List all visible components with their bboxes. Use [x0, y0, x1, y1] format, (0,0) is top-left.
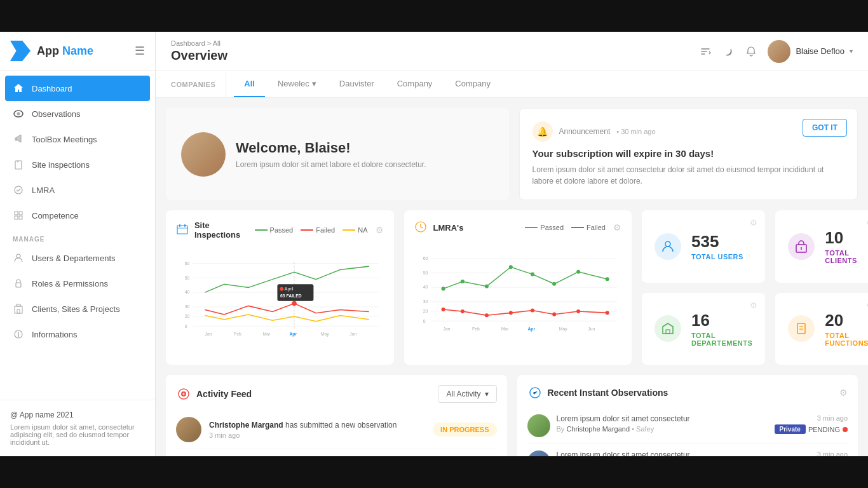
departements-label: TOTAL DEPARTEMENTS	[691, 332, 752, 347]
sidebar-header: App Name ☰	[0, 32, 155, 71]
top-header: Dashboard > All Overview Blaise	[156, 32, 868, 71]
activity-time: 3 min ago	[209, 431, 425, 439]
tabs-bar: COMPANIES All Newelec ▾ Dauvister Compan…	[156, 71, 868, 98]
activity-feed-title: Activity Feed	[196, 389, 252, 399]
grid-icon	[13, 210, 24, 221]
lmra-gear-icon[interactable]: ⚙	[613, 222, 621, 233]
gear-icon[interactable]: ⚙	[376, 225, 384, 235]
sidebar-item-site-inspections[interactable]: Site inspections	[0, 152, 155, 177]
sidebar-item-users[interactable]: Users & Departements	[0, 245, 155, 271]
svg-point-69	[460, 309, 464, 313]
tab-all[interactable]: All	[234, 71, 265, 97]
activity-main-text: Christophe Margand has submitted a new o…	[209, 420, 425, 431]
sidebar-item-competence[interactable]: Competence	[0, 203, 155, 228]
manage-section-label: MANAGE	[0, 228, 155, 245]
users-icon	[654, 233, 681, 260]
svg-text:Mar: Mar	[501, 327, 508, 331]
tab-company1[interactable]: Company	[387, 71, 443, 97]
sidebar-item-label: Observations	[32, 109, 81, 119]
hamburger-icon[interactable]: ☰	[135, 44, 145, 58]
svg-point-66	[576, 270, 580, 274]
circle-check-icon	[13, 184, 24, 196]
obs-time: 3 min ago	[817, 451, 848, 456]
stat-gear-icon[interactable]: ⚙	[750, 301, 757, 310]
sidebar-item-informations[interactable]: Informations	[0, 322, 155, 347]
svg-rect-80	[797, 323, 805, 334]
lmra-chart-title-group: LMRA's	[414, 220, 464, 234]
content-area: Welcome, Blaise! Lorem ipsum dolor sit a…	[156, 98, 868, 456]
user-name: Blaise Defloo	[796, 46, 844, 56]
stats-grid: 535 TOTAL USERS ⚙	[642, 210, 858, 365]
tab-dauvister[interactable]: Dauvister	[329, 71, 384, 97]
app-logo-icon	[10, 41, 31, 61]
svg-text:40: 40	[423, 285, 428, 289]
sidebar-item-roles[interactable]: Roles & Permissions	[0, 271, 155, 296]
user-avatar[interactable]: Blaise Defloo ▾	[768, 40, 853, 63]
svg-point-1	[17, 112, 20, 116]
announcement-time: • 30 min ago	[616, 128, 655, 135]
tab-company2[interactable]: Company	[445, 71, 501, 97]
chart-legend: Passed Failed NA ⚙	[255, 225, 384, 235]
activity-feed-card: Activity Feed All Activity ▾	[166, 375, 507, 456]
notification-icon[interactable]	[745, 45, 757, 58]
observations-title: Recent Instant Observations	[548, 388, 668, 398]
sidebar-item-label: Competence	[32, 211, 79, 220]
lmra-chart-area: 60 50 40 30 20 0	[414, 240, 622, 349]
home-icon	[13, 83, 24, 94]
sort-icon[interactable]	[699, 45, 712, 58]
sidebar-item-clients[interactable]: Clients, Sites & Projects	[0, 296, 155, 322]
sidebar-item-label: Site inspections	[32, 160, 90, 170]
welcome-card: Welcome, Blaise! Lorem ipsum dolor sit a…	[166, 108, 509, 200]
legend-na: NA	[342, 226, 367, 234]
sidebar-item-dashboard[interactable]: Dashboard	[5, 76, 150, 101]
tab-newelec[interactable]: Newelec ▾	[268, 71, 327, 97]
svg-point-62	[484, 285, 488, 288]
svg-rect-4	[15, 212, 18, 215]
svg-point-74	[576, 309, 580, 313]
lmra-chart-legend: Passed Failed ⚙	[525, 222, 621, 233]
got-it-button[interactable]: GOT IT	[803, 119, 847, 137]
sidebar-item-lmra[interactable]: LMRA	[0, 177, 155, 203]
activity-item: Christophe Margand has submitted a new o…	[176, 410, 497, 449]
svg-point-70	[484, 313, 488, 317]
sidebar-item-label: Informations	[32, 330, 78, 339]
clients-label: TOTAL CLIENTS	[825, 249, 868, 264]
svg-rect-7	[19, 216, 22, 219]
svg-point-65	[552, 282, 556, 286]
lmra-legend-failed: Failed	[571, 224, 606, 231]
sidebar-item-toolbox[interactable]: ToolBox Meetings	[0, 126, 155, 152]
users-count: 535	[691, 232, 743, 252]
chart-title-group: Site Inspections	[176, 220, 255, 240]
observations-icon	[527, 385, 543, 400]
sidebar-item-observations[interactable]: Observations	[0, 101, 155, 126]
svg-text:50: 50	[185, 276, 190, 280]
announcement-header: 🔔 Announcement • 30 min ago	[532, 121, 845, 142]
svg-point-75	[605, 311, 609, 315]
svg-rect-15	[179, 224, 180, 227]
stat-total-clients: 10 TOTAL CLIENTS ⚙	[775, 210, 868, 283]
lmra-chart-title: LMRA's	[433, 223, 464, 233]
svg-rect-6	[15, 216, 18, 219]
moon-icon[interactable]	[722, 45, 735, 58]
user-icon	[13, 252, 24, 264]
sidebar-item-label: Dashboard	[32, 84, 72, 93]
svg-point-64	[530, 273, 534, 276]
sidebar-item-label: ToolBox Meetings	[32, 135, 97, 144]
svg-point-61	[460, 280, 464, 283]
welcome-section: Welcome, Blaise! Lorem ipsum dolor sit a…	[166, 108, 858, 200]
announcement-icon: 🔔	[532, 121, 553, 142]
stat-gear-icon[interactable]: ⚙	[750, 218, 757, 227]
stat-total-users: 535 TOTAL USERS ⚙	[642, 210, 765, 283]
svg-text:65 FAILED: 65 FAILED	[280, 294, 302, 298]
bottom-row: Activity Feed All Activity ▾	[166, 375, 858, 456]
stat-total-departements: 16 TOTAL DEPARTEMENTS ⚙	[642, 293, 765, 365]
breadcrumb: Dashboard > All	[171, 39, 227, 47]
users-label: TOTAL USERS	[691, 253, 743, 261]
svg-text:0: 0	[423, 319, 425, 323]
svg-rect-37	[277, 284, 313, 301]
observations-gear-icon[interactable]: ⚙	[839, 388, 848, 398]
svg-text:April: April	[285, 287, 294, 292]
activity-feed-icon	[176, 386, 191, 402]
obs-avatar	[527, 414, 550, 437]
activity-filter[interactable]: All Activity ▾	[438, 385, 496, 403]
